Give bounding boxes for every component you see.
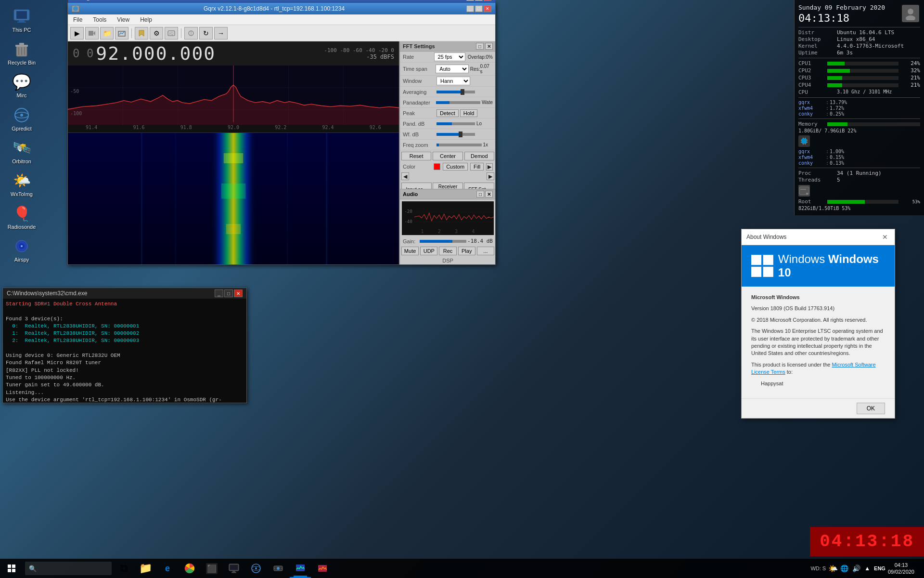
waterfall-svg: [68, 133, 399, 264]
cmd-title-text: C:\Windows\system32\cmd.exe: [7, 290, 215, 297]
fft-window-select[interactable]: Hann: [436, 77, 470, 85]
gqrx-folder-btn[interactable]: 📁: [100, 27, 114, 39]
desktop-icon-gpredict[interactable]: Gpredict: [3, 104, 40, 134]
fft-peak-detect-btn[interactable]: Detect: [436, 109, 459, 117]
desktop-icon-recycle-bin[interactable]: Recycle Bin: [3, 38, 40, 68]
about-ok-btn[interactable]: OK: [857, 403, 885, 414]
fft-freqzoom-slider[interactable]: [436, 144, 482, 146]
waterfall: [68, 133, 399, 264]
gqrx-menu-help[interactable]: Help: [137, 15, 155, 24]
gqrx-maximize-btn[interactable]: □: [475, 5, 483, 12]
fft-wfdb-slider[interactable]: [436, 133, 475, 136]
desktop-icon-this-pc[interactable]: This PC: [3, 5, 40, 35]
gqrx-arrow-btn[interactable]: →: [214, 27, 228, 39]
fft-timespan-select[interactable]: Auto: [436, 65, 469, 73]
taskbar-app-monitor[interactable]: [223, 559, 244, 578]
about-body-text1: The Windows 10 Enterprise LTSC operating…: [751, 328, 885, 357]
fft-receiver-op-btn[interactable]: Receiver Op...: [433, 183, 463, 189]
gqrx-menu-file[interactable]: File: [70, 15, 85, 24]
cmd-maximize-btn[interactable]: □: [224, 289, 233, 297]
gqrx-menu-tools[interactable]: Tools: [90, 15, 109, 24]
desktop-icon-wxtoimg[interactable]: 🌤️ WxToImg: [3, 169, 40, 199]
fft-custom-btn[interactable]: Custom: [443, 163, 468, 171]
fft-fft-set-btn[interactable]: FFT Set...: [464, 183, 494, 189]
x410-minimize-btn[interactable]: _: [466, 0, 474, 1]
cmd-minimize-btn[interactable]: _: [215, 289, 223, 297]
fft-header-btns: □ ✕: [476, 43, 493, 50]
audio-mute-btn[interactable]: Mute: [401, 247, 419, 255]
taskbar-app-gpredict-task[interactable]: [245, 559, 267, 578]
taskbar-app-sdr[interactable]: [268, 559, 289, 578]
taskbar-notification-area[interactable]: [917, 561, 919, 576]
desktop-icon-mirc[interactable]: 💬 Mirc: [3, 70, 40, 101]
gqrx-settings-btn[interactable]: ⚙: [150, 27, 163, 39]
fft-hdr-btn2[interactable]: ✕: [485, 43, 493, 50]
gqrx-bookmarks-btn[interactable]: [135, 27, 148, 39]
mirc-icon: 💬: [12, 72, 31, 92]
fft-res-label: Res:: [470, 66, 480, 72]
fft-input-co-btn[interactable]: Input co...: [401, 183, 432, 189]
fft-panadapter-slider[interactable]: [436, 101, 480, 104]
desktop-icon-radiosonde[interactable]: 🎈 Radiosonde: [3, 202, 40, 232]
gqrx-chart-btn[interactable]: [115, 27, 128, 39]
taskbar-app-gqrx2[interactable]: [312, 559, 333, 578]
airspy-label: Airspy: [14, 257, 29, 263]
audio-hdr-btn1[interactable]: □: [476, 191, 484, 197]
audio-rec-btn[interactable]: Rec: [439, 247, 456, 255]
sysmon-distro: Distr Ubuntu 16.04.6 LTS: [798, 29, 920, 36]
taskbar-app-gqrx[interactable]: [290, 559, 311, 578]
taskbar-app-edge[interactable]: e: [157, 559, 178, 578]
desktop-icon-orbitron[interactable]: 🛰️ Orbitron: [3, 136, 40, 167]
fft-reset-btn[interactable]: Reset: [401, 152, 431, 160]
taskbar-volume-icon[interactable]: 🔊: [852, 565, 860, 572]
fft-peak-hold-btn[interactable]: Hold: [460, 109, 478, 117]
fft-window-row: Window Hann: [400, 76, 495, 87]
gqrx-input-btn[interactable]: I/Q: [165, 27, 178, 39]
taskbar-app-chrome[interactable]: [179, 559, 200, 578]
gqrx-iqbalance-btn[interactable]: [184, 27, 198, 39]
fft-arrow-btn[interactable]: ▶: [486, 163, 493, 171]
audio-gain-slider[interactable]: [420, 240, 466, 243]
fft-hdr-btn1[interactable]: □: [476, 43, 484, 50]
freq-label-924: 92.4: [322, 125, 334, 132]
fft-left-arrow[interactable]: ◀: [401, 172, 409, 180]
audio-udp-btn[interactable]: UDP: [420, 247, 437, 255]
orbitron-icon: 🛰️: [12, 138, 31, 158]
taskbar-clock[interactable]: 04:13 09/02/2020: [888, 562, 914, 576]
fft-pandb-slider[interactable]: [436, 122, 475, 125]
fft-right-arrow[interactable]: ▶: [487, 172, 494, 180]
x410-maximize-btn[interactable]: □: [475, 0, 483, 1]
taskbar-network-icon[interactable]: 🌐: [840, 565, 848, 572]
gqrx-minimize-btn[interactable]: _: [466, 5, 474, 12]
desktop-icon-airspy[interactable]: Airspy: [3, 235, 40, 265]
x410-close-btn[interactable]: ✕: [484, 0, 491, 1]
gqrx-refresh-btn[interactable]: ↻: [199, 27, 213, 39]
taskbar-start-btn[interactable]: [0, 559, 23, 578]
fft-averaging-slider[interactable]: [436, 91, 475, 93]
taskbar-search[interactable]: 🔍: [25, 562, 112, 575]
taskbar-taskview-btn[interactable]: ⧉: [114, 559, 135, 578]
taskbar-app-terminal[interactable]: ⬛: [201, 559, 222, 578]
fft-rate-select[interactable]: 25 fps: [434, 53, 465, 61]
fft-color-swatch[interactable]: [434, 163, 440, 170]
spectrum-chart: -50 -100 91.4 91.6 91.8 92.0 92.2 92.4 9…: [68, 66, 399, 133]
fft-demod-btn[interactable]: Demod: [464, 152, 494, 160]
taskbar-app-explorer[interactable]: 📁: [135, 559, 156, 578]
audio-gain-label: Gain:: [403, 238, 420, 244]
fft-center-btn[interactable]: Center: [433, 152, 462, 160]
fft-fill-btn[interactable]: Fill: [470, 163, 484, 171]
audio-panel-title: Audio: [403, 191, 418, 197]
cmd-window: C:\Windows\system32\cmd.exe _ □ ✕ Starti…: [2, 288, 247, 403]
gqrx-rec-toolbar-btn[interactable]: [85, 27, 99, 39]
audio-hdr-btn2[interactable]: ✕: [485, 191, 493, 197]
taskbar-expand-icon[interactable]: ▲: [864, 565, 870, 572]
gqrx-play-btn[interactable]: ▶: [70, 27, 84, 39]
audio-play-btn[interactable]: Play: [458, 247, 475, 255]
gqrx-close-btn[interactable]: ✕: [484, 5, 491, 12]
gqrx-task-icon: [295, 563, 306, 573]
gqrx-menu-view[interactable]: View: [114, 15, 132, 24]
cmd-close-btn[interactable]: ✕: [234, 289, 243, 297]
about-close-btn[interactable]: ✕: [880, 232, 890, 242]
audio-more-btn[interactable]: ...: [477, 247, 494, 255]
taskbar-lang-icon[interactable]: ENG: [874, 565, 886, 571]
